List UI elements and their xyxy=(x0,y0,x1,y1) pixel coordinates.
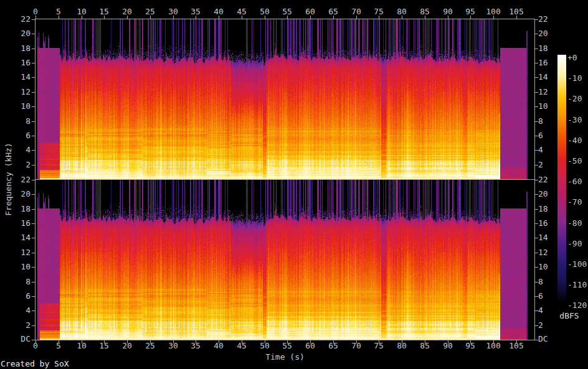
time-tick-label: 40 xyxy=(207,342,230,350)
colorbar-tick-label: -70 xyxy=(567,198,588,207)
time-tick-label: 95 xyxy=(459,7,481,16)
freq-tick xyxy=(32,253,35,253)
colorbar-tick-label: -40 xyxy=(567,136,588,145)
time-tick-label: 30 xyxy=(162,342,184,350)
colorbar-tick-label: -30 xyxy=(567,116,588,124)
time-tick-label: 5 xyxy=(47,7,70,16)
freq-tick xyxy=(32,223,35,224)
freq-tick-label: 10 xyxy=(538,102,559,111)
freq-tick xyxy=(32,136,35,136)
freq-tick-label: 6 xyxy=(538,292,559,301)
freq-tick xyxy=(32,340,35,340)
time-tick-label: 35 xyxy=(184,7,207,16)
freq-tick xyxy=(32,165,35,166)
freq-tick xyxy=(32,296,35,297)
time-tick-label: 100 xyxy=(482,342,505,350)
time-tick-label: 85 xyxy=(414,342,436,350)
freq-tick-label: 16 xyxy=(9,219,31,228)
colorbar-tick-label: -80 xyxy=(567,219,588,228)
spectrogram-channel-2 xyxy=(36,180,534,340)
time-tick-label: 90 xyxy=(437,7,459,16)
freq-tick-label: 2 xyxy=(9,321,31,330)
freq-tick-label: 6 xyxy=(538,131,559,140)
freq-tick-label: 20 xyxy=(538,29,559,38)
spectrogram-channel-1 xyxy=(36,19,534,179)
freq-tick-label: 22 xyxy=(9,175,31,184)
colorbar-tick-label: -10 xyxy=(567,74,588,83)
time-tick-label: 45 xyxy=(230,7,253,16)
freq-tick xyxy=(32,238,35,238)
time-tick-label: 5 xyxy=(47,342,70,350)
freq-tick-label: 8 xyxy=(538,117,559,126)
freq-tick xyxy=(32,150,35,151)
colorbar-tick-label: -120 xyxy=(567,301,588,310)
freq-tick-label: 14 xyxy=(9,73,31,82)
time-axis-title: Time (s) xyxy=(36,352,534,362)
freq-tick xyxy=(32,92,35,93)
time-tick-label: 95 xyxy=(459,342,481,350)
freq-tick xyxy=(32,63,35,63)
freq-tick-label: 12 xyxy=(9,248,31,257)
freq-tick xyxy=(32,19,35,20)
freq-tick-label: 6 xyxy=(9,292,31,301)
freq-tick-label: 2 xyxy=(538,161,559,169)
freq-tick-label: 20 xyxy=(538,190,559,199)
axis-line-left xyxy=(35,19,36,340)
colorbar-tick-label: -90 xyxy=(567,240,588,248)
freq-tick-label: 4 xyxy=(9,306,31,315)
freq-tick xyxy=(32,180,35,180)
colorbar-tick-label: +0 xyxy=(567,54,588,62)
freq-tick-label: 14 xyxy=(538,73,559,82)
colorbar-tick-label: -110 xyxy=(567,281,588,289)
time-tick-label: 15 xyxy=(93,7,115,16)
freq-tick-label: 8 xyxy=(9,117,31,126)
time-tick-label: 30 xyxy=(162,7,184,16)
freq-tick xyxy=(32,77,35,78)
freq-tick-label: 16 xyxy=(538,219,559,228)
time-tick-label: 70 xyxy=(345,342,368,350)
freq-tick-label: 14 xyxy=(538,233,559,242)
freq-tick xyxy=(32,121,35,122)
freq-tick-label: 10 xyxy=(9,102,31,111)
time-tick-label: 105 xyxy=(505,7,528,16)
freq-tick-label: 8 xyxy=(538,278,559,286)
time-tick-label: 10 xyxy=(70,342,93,350)
time-tick-label: 75 xyxy=(368,7,390,16)
time-tick-label: 25 xyxy=(139,342,161,350)
freq-tick-label: 18 xyxy=(9,205,31,213)
time-tick-label: 35 xyxy=(184,342,207,350)
freq-tick xyxy=(32,106,35,107)
freq-tick-label-dc: DC xyxy=(9,335,31,343)
time-tick-label: 25 xyxy=(139,7,161,16)
time-tick-label: 80 xyxy=(391,342,413,350)
colorbar-tick-label: -50 xyxy=(567,157,588,166)
time-tick-label: 80 xyxy=(391,7,413,16)
time-tick-label: 65 xyxy=(322,7,344,16)
colorbar-tick-label: -60 xyxy=(567,177,588,186)
axis-line-junction xyxy=(35,179,535,180)
freq-tick-label: 22 xyxy=(9,15,31,24)
freq-tick xyxy=(32,282,35,283)
freq-tick-label: 12 xyxy=(9,88,31,96)
time-tick-label: 75 xyxy=(368,342,390,350)
time-tick-label: 100 xyxy=(482,7,505,16)
time-tick-label: 15 xyxy=(93,342,115,350)
freq-tick-label: 2 xyxy=(538,321,559,330)
freq-tick-label: 4 xyxy=(9,146,31,154)
freq-tick-label-dc: DC xyxy=(538,335,559,343)
time-tick-label: 105 xyxy=(505,342,528,350)
freq-tick xyxy=(32,194,35,195)
freq-tick xyxy=(32,267,35,268)
time-tick-label: 20 xyxy=(116,7,138,16)
freq-tick-label: 16 xyxy=(538,58,559,67)
credit-text: Created by SoX xyxy=(1,359,69,368)
axis-line-bottom xyxy=(35,340,535,340)
sox-spectrogram-image: Frequency (kHz) 005510101515202025253030… xyxy=(0,0,588,369)
freq-tick xyxy=(32,34,35,34)
freq-tick-label: 10 xyxy=(9,263,31,271)
freq-tick-label: 12 xyxy=(538,248,559,257)
freq-tick xyxy=(32,325,35,326)
freq-tick-label: 10 xyxy=(538,263,559,271)
freq-tick-label: 4 xyxy=(538,146,559,154)
time-tick-label: 55 xyxy=(276,342,298,350)
